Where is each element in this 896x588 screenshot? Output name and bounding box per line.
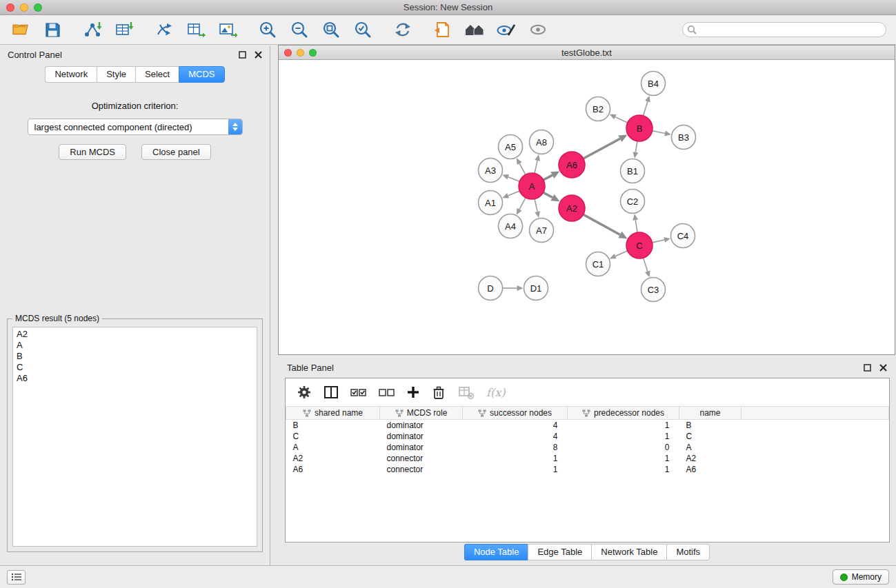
table-cell[interactable]: dominator — [380, 420, 463, 431]
table-cell[interactable]: B — [679, 420, 741, 431]
zoom-in-button[interactable] — [257, 19, 279, 40]
tab-motifs[interactable]: Motifs — [666, 544, 710, 560]
function-builder-button[interactable]: f(x) — [486, 386, 505, 399]
table-cell[interactable]: 8 — [463, 442, 568, 453]
graph-edge-A6-B[interactable] — [584, 139, 620, 159]
table-cell[interactable]: 1 — [463, 453, 568, 464]
criterion-dropdown[interactable]: largest connected component (directed) — [28, 119, 243, 135]
graph-edge-A-A4[interactable] — [519, 198, 526, 210]
import-table-button[interactable] — [113, 19, 135, 40]
select-all-columns-button[interactable] — [350, 387, 367, 398]
column-header-shared-name[interactable]: shared name — [286, 407, 380, 420]
clone-network-button[interactable] — [153, 19, 175, 40]
mcds-result-item[interactable]: A — [17, 340, 253, 351]
table-settings-button[interactable] — [297, 385, 312, 400]
close-panel-button[interactable]: Close panel — [141, 144, 211, 160]
open-session-button[interactable] — [10, 19, 32, 40]
table-cell[interactable]: A — [679, 442, 741, 453]
graph-edge-A-A5[interactable] — [519, 163, 526, 174]
tab-style[interactable]: Style — [97, 66, 135, 83]
show-columns-button[interactable] — [323, 385, 339, 399]
table-cell[interactable]: 4 — [463, 431, 568, 442]
search-input[interactable] — [682, 22, 886, 37]
tab-edge-table[interactable]: Edge Table — [528, 544, 591, 560]
create-column-button[interactable] — [407, 386, 419, 398]
table-cell[interactable]: A6 — [286, 464, 380, 475]
table-cell[interactable]: C — [679, 431, 741, 442]
table-cell[interactable]: 4 — [463, 420, 568, 431]
zoom-window-button[interactable] — [34, 3, 42, 12]
graph-edge-C-C4[interactable] — [653, 240, 665, 243]
table-row[interactable]: Bdominator41B — [286, 420, 889, 431]
network-minimize-button[interactable] — [297, 49, 304, 57]
mcds-result-item[interactable]: C — [17, 362, 253, 373]
export-image-button[interactable] — [217, 19, 239, 40]
annotation-button[interactable] — [432, 19, 454, 40]
tab-mcds[interactable]: MCDS — [179, 66, 224, 83]
graph-edge-B-B2[interactable] — [615, 117, 628, 123]
close-window-button[interactable] — [6, 3, 14, 12]
graph-edge-A-A1[interactable] — [508, 191, 520, 196]
export-table-button[interactable] — [185, 19, 207, 40]
apply-layout-button[interactable] — [392, 19, 414, 40]
task-history-button[interactable] — [7, 570, 26, 585]
graph-edge-C-C2[interactable] — [635, 220, 637, 232]
table-cell[interactable]: A — [286, 442, 380, 453]
table-cell[interactable]: B — [286, 420, 380, 431]
network-canvas[interactable]: B4B2BB3A5A8A6A3B1AA1C2A2A4A7C4CC1C3DD1 — [279, 61, 895, 354]
network-window-titlebar[interactable]: testGlobe.txt — [279, 45, 895, 60]
tab-network-table[interactable]: Network Table — [591, 544, 666, 560]
zoom-selected-button[interactable] — [352, 19, 374, 40]
network-close-button[interactable] — [284, 49, 292, 57]
table-cell[interactable]: A2 — [679, 453, 741, 464]
tab-select[interactable]: Select — [135, 66, 179, 83]
graph-edge-B-B4[interactable] — [644, 101, 648, 116]
delete-column-button[interactable] — [431, 385, 446, 400]
save-session-button[interactable] — [41, 19, 63, 40]
table-cell[interactable]: 1 — [568, 464, 679, 475]
graph-edge-B-B1[interactable] — [635, 141, 637, 152]
run-mcds-button[interactable]: Run MCDS — [59, 144, 126, 160]
float-table-panel-icon[interactable] — [864, 364, 871, 372]
deselect-all-columns-button[interactable] — [379, 387, 395, 398]
close-table-panel-icon[interactable] — [879, 364, 887, 372]
network-zoom-button[interactable] — [309, 49, 317, 57]
import-network-button[interactable] — [81, 19, 103, 40]
mcds-result-list[interactable]: A2ABCA6 — [12, 327, 257, 547]
home-button[interactable] — [464, 19, 486, 40]
table-cell[interactable]: 1 — [463, 464, 568, 475]
column-header-name[interactable]: name — [679, 407, 741, 420]
tab-node-table[interactable]: Node Table — [464, 544, 528, 560]
table-row[interactable]: Cdominator41C — [286, 431, 889, 442]
table-cell[interactable]: connector — [380, 453, 463, 464]
minimize-window-button[interactable] — [20, 3, 28, 12]
column-header-mcds-role[interactable]: MCDS role — [380, 407, 463, 420]
table-cell[interactable]: A2 — [286, 453, 380, 464]
graph-edge-C-C3[interactable] — [644, 258, 648, 272]
mcds-result-item[interactable]: A2 — [17, 329, 253, 340]
close-panel-icon[interactable] — [255, 51, 262, 59]
column-header-predecessor-nodes[interactable]: predecessor nodes — [568, 407, 679, 420]
graph-edge-A-A6[interactable] — [544, 175, 552, 180]
table-cell[interactable]: connector — [380, 464, 463, 475]
table-cell[interactable]: 1 — [568, 431, 679, 442]
toggle-view-button[interactable] — [527, 19, 549, 40]
graph-edge-C-C1[interactable] — [615, 251, 628, 256]
table-cell[interactable]: C — [286, 431, 380, 442]
graph-edge-B-B3[interactable] — [653, 131, 665, 134]
table-cell[interactable]: 0 — [568, 442, 679, 453]
table-cell[interactable]: 1 — [568, 420, 679, 431]
graph-edge-A-A3[interactable] — [508, 177, 520, 181]
mcds-result-item[interactable]: A6 — [17, 373, 253, 384]
graph-edge-A2-C[interactable] — [584, 214, 620, 234]
graph-edge-A-A2[interactable] — [544, 192, 552, 197]
zoom-out-button[interactable] — [288, 19, 310, 40]
table-cell[interactable]: dominator — [380, 442, 463, 453]
column-header-successor-nodes[interactable]: successor nodes — [463, 407, 568, 420]
memory-button[interactable]: Memory — [833, 569, 889, 585]
graph-edge-A-A7[interactable] — [535, 199, 537, 212]
table-row[interactable]: A2connector11A2 — [286, 453, 889, 464]
show-hide-graphics-button[interactable] — [495, 19, 517, 40]
table-cell[interactable]: dominator — [380, 431, 463, 442]
table-cell[interactable]: 1 — [568, 453, 679, 464]
